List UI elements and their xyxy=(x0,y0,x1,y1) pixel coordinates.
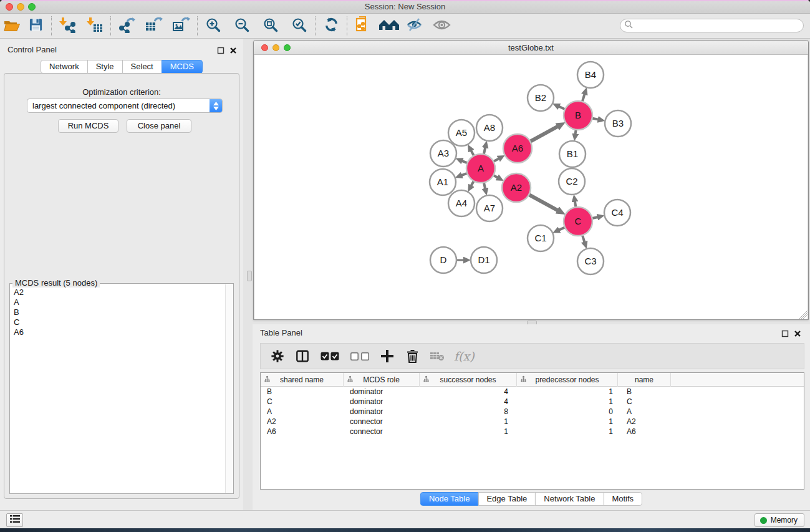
zoom-fit-icon xyxy=(263,17,279,36)
zoom-in-button[interactable] xyxy=(203,16,224,37)
column-header-name[interactable]: name xyxy=(618,373,671,387)
zoom-out-button[interactable] xyxy=(231,16,253,37)
float-table-panel-icon[interactable] xyxy=(781,329,790,337)
show-column-icon[interactable] xyxy=(294,347,311,365)
add-column-icon[interactable] xyxy=(379,347,395,365)
zoom-selected-button[interactable] xyxy=(289,16,310,37)
svg-text:A7: A7 xyxy=(484,203,495,213)
column-header-shared-name[interactable]: shared name xyxy=(261,373,344,387)
status-bar: Memory xyxy=(0,510,810,528)
node-B3[interactable]: B3 xyxy=(605,110,631,137)
run-mcds-button[interactable]: Run MCDS xyxy=(58,119,118,133)
network-window-titlebar[interactable]: testGlobe.txt xyxy=(254,41,808,55)
import-table-button[interactable] xyxy=(84,16,105,37)
node-A[interactable]: A xyxy=(466,154,495,183)
table-tab-network-table[interactable]: Network Table xyxy=(535,492,604,506)
table-tab-edge-table[interactable]: Edge Table xyxy=(478,492,536,506)
table-row[interactable]: A2connector11A2 xyxy=(261,417,804,427)
node-B[interactable]: B xyxy=(564,101,592,130)
save-session-button[interactable] xyxy=(25,16,46,37)
optimization-criterion-dropdown[interactable]: largest connected component (directed) xyxy=(27,99,223,113)
node-B1[interactable]: B1 xyxy=(559,141,586,167)
node-C4[interactable]: C4 xyxy=(604,200,630,226)
import-network-button[interactable] xyxy=(57,16,78,37)
hide-panels-button[interactable] xyxy=(403,16,425,37)
main-toolbar xyxy=(0,14,810,39)
node-B4[interactable]: B4 xyxy=(577,62,604,88)
export-image-button[interactable] xyxy=(171,16,192,37)
close-panel-button[interactable]: Close panel xyxy=(127,119,191,133)
node-A8[interactable]: A8 xyxy=(476,115,503,141)
table-tabs: Node TableEdge TableNetwork TableMotifs xyxy=(420,492,642,506)
mcds-result-item[interactable]: C xyxy=(11,317,224,327)
column-header-predecessor-nodes[interactable]: predecessor nodes xyxy=(517,373,618,387)
table-cell: A6 xyxy=(261,427,344,437)
table-row[interactable]: Adominator80A xyxy=(261,407,804,417)
table-row[interactable]: A6connector11A6 xyxy=(261,427,804,437)
node-A2[interactable]: A2 xyxy=(502,173,531,202)
svg-text:A6: A6 xyxy=(512,143,523,153)
svg-text:A: A xyxy=(478,163,484,173)
export-table-button[interactable] xyxy=(143,16,165,37)
table-tab-motifs[interactable]: Motifs xyxy=(603,492,642,506)
zoom-fit-button[interactable] xyxy=(260,16,281,37)
dropdown-stepper-icon[interactable] xyxy=(210,99,222,112)
node-C[interactable]: C xyxy=(564,207,592,236)
tab-network[interactable]: Network xyxy=(41,60,88,74)
network-view-window: testGlobe.txt B4B2BB3A8A5A6B1A3AA1C2A2A4… xyxy=(253,40,809,320)
table-settings-gear-icon[interactable] xyxy=(269,347,286,365)
refresh-button[interactable] xyxy=(321,16,342,37)
mcds-result-item[interactable]: A2 xyxy=(11,288,224,297)
table-tab-node-table[interactable]: Node Table xyxy=(420,492,479,506)
export-network-button[interactable] xyxy=(116,16,137,37)
delete-table-icon xyxy=(429,347,445,365)
column-header-successor-nodes[interactable]: successor nodes xyxy=(420,373,517,387)
task-history-button[interactable] xyxy=(6,513,23,527)
table-cell: 1 xyxy=(517,427,618,437)
close-table-panel-icon[interactable] xyxy=(794,329,803,337)
node-C1[interactable]: C1 xyxy=(528,225,554,251)
window-resize-grip[interactable] xyxy=(799,310,808,319)
delete-column-trash-icon[interactable] xyxy=(404,347,420,365)
close-panel-icon[interactable] xyxy=(229,46,238,54)
unselect-all-checkboxes-icon[interactable] xyxy=(349,347,370,365)
column-type-icon xyxy=(520,375,527,384)
node-C2[interactable]: C2 xyxy=(559,168,585,195)
node-A4[interactable]: A4 xyxy=(448,190,475,216)
select-all-checkboxes-icon[interactable] xyxy=(319,347,340,365)
mcds-result-item[interactable]: A xyxy=(11,297,224,307)
application-window: Session: New Session xyxy=(0,0,810,532)
mcds-result-item[interactable]: B xyxy=(11,307,224,317)
new-network-from-selection-button[interactable] xyxy=(352,16,374,37)
node-A3[interactable]: A3 xyxy=(430,140,456,167)
table-cell: A xyxy=(618,407,671,417)
network-canvas[interactable]: B4B2BB3A8A5A6B1A3AA1C2A2A4A7C4CC1C3DD1 xyxy=(255,55,807,319)
result-list-scrollbar[interactable] xyxy=(225,284,233,493)
search-input[interactable] xyxy=(633,20,803,31)
node-C3[interactable]: C3 xyxy=(577,248,604,274)
node-A6[interactable]: A6 xyxy=(503,134,532,163)
mcds-result-item[interactable]: A6 xyxy=(11,327,224,337)
column-header-label: predecessor nodes xyxy=(535,375,599,384)
float-panel-icon[interactable] xyxy=(217,46,226,54)
table-row[interactable]: Bdominator41B xyxy=(261,387,804,397)
memory-label: Memory xyxy=(771,516,798,525)
show-panels-button[interactable] xyxy=(431,16,452,37)
memory-button[interactable]: Memory xyxy=(755,513,804,527)
node-D[interactable]: D xyxy=(430,247,456,273)
vertical-splitter-handle[interactable] xyxy=(247,271,252,281)
search-box[interactable] xyxy=(620,19,804,32)
node-A1[interactable]: A1 xyxy=(430,169,456,195)
home-button[interactable] xyxy=(378,16,400,37)
node-B2[interactable]: B2 xyxy=(528,85,554,111)
node-A5[interactable]: A5 xyxy=(448,120,475,146)
tab-mcds[interactable]: MCDS xyxy=(162,60,203,74)
node-D1[interactable]: D1 xyxy=(471,247,497,273)
tab-select[interactable]: Select xyxy=(122,60,162,74)
column-header-MCDS-role[interactable]: MCDS role xyxy=(344,373,420,387)
open-session-button[interactable] xyxy=(1,16,22,37)
table-row[interactable]: Cdominator41C xyxy=(261,397,804,407)
tab-style[interactable]: Style xyxy=(87,60,123,74)
svg-text:A1: A1 xyxy=(437,177,448,187)
node-A7[interactable]: A7 xyxy=(476,195,503,221)
